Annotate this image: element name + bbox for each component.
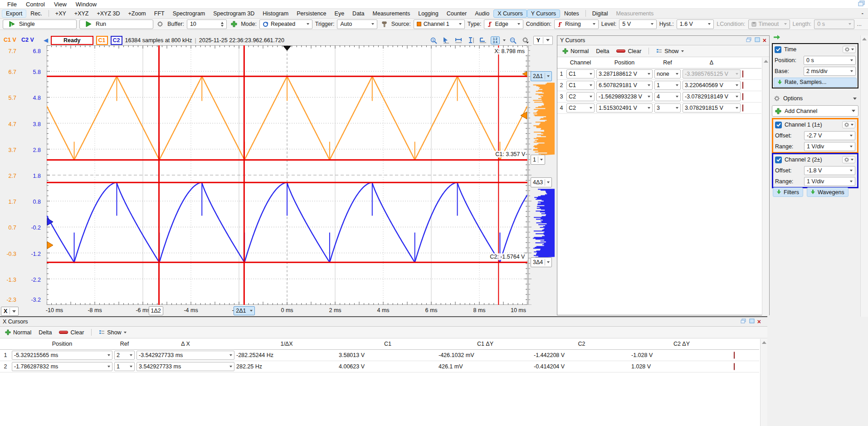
expand-right-icon[interactable] bbox=[773, 34, 780, 41]
buffer-gear-icon[interactable] bbox=[156, 20, 165, 28]
channel2-checkbox[interactable] bbox=[775, 157, 782, 163]
minimize-dash[interactable]: - bbox=[862, 10, 863, 17]
waveform-plot[interactable]: X: 8.798 msC1: 3.357 VC2: -1.5764 V bbox=[47, 45, 527, 305]
tab-spectrogram-3d[interactable]: Spectrogram 3D bbox=[209, 10, 258, 18]
channel2-range-select[interactable]: 1 V/div bbox=[804, 177, 855, 186]
y-cursor-ref-select[interactable]: none bbox=[654, 69, 681, 78]
panel-close-icon[interactable]: × bbox=[763, 38, 766, 43]
pointer-mode-icon[interactable] bbox=[442, 36, 451, 44]
tab-y-cursors[interactable]: Y Cursors bbox=[527, 10, 560, 18]
window-restore-icon[interactable] bbox=[858, 0, 865, 8]
x-cursor-handle-2[interactable]: 2Δ1 bbox=[234, 306, 254, 315]
x-cursors-titlebar[interactable]: X Cursors × bbox=[0, 317, 767, 327]
handle-caret-icon[interactable] bbox=[547, 75, 550, 77]
y-cursor-position-select[interactable]: -1.5629893238 V bbox=[596, 92, 653, 101]
x-cursors-show-button[interactable]: Show bbox=[97, 328, 128, 337]
panel-maximize-icon[interactable] bbox=[749, 318, 755, 325]
dropdown-caret-icon[interactable] bbox=[590, 73, 592, 75]
y-cursor-ref-select[interactable]: 4 bbox=[654, 92, 681, 101]
channel2-offset-select[interactable]: -1.8 V bbox=[804, 166, 855, 175]
x-cursor-dx-select[interactable]: -3.542927733 ms bbox=[137, 351, 234, 360]
tab-x-cursors[interactable]: X Cursors bbox=[493, 10, 527, 18]
tab--xyz-3d[interactable]: +XYZ 3D bbox=[93, 10, 124, 18]
tab-export[interactable]: Export bbox=[2, 10, 26, 18]
channel1-gear-icon[interactable] bbox=[842, 121, 855, 128]
dropdown-caret-icon[interactable] bbox=[130, 366, 132, 367]
y-cursor-position-select[interactable]: 6.507829181 V bbox=[596, 81, 653, 90]
x-cursor-position-select[interactable]: -1.786287832 ms bbox=[12, 362, 112, 371]
channel1-badge[interactable]: C1 bbox=[96, 36, 108, 45]
channel1-offset-select[interactable]: -2.7 V bbox=[804, 131, 855, 140]
level-select[interactable]: 5 V bbox=[619, 20, 657, 29]
dropdown-caret-icon[interactable] bbox=[107, 354, 110, 356]
tab-spectrogram[interactable]: Spectrogram bbox=[169, 10, 210, 18]
y-cursor-ref-select[interactable]: 1 bbox=[654, 81, 681, 90]
time-group-header[interactable]: Time bbox=[773, 44, 858, 55]
x-axis-selector[interactable]: X bbox=[1, 307, 19, 316]
x-cursors-scrollbar[interactable] bbox=[760, 339, 767, 426]
time-position-select[interactable]: 0 s bbox=[804, 56, 856, 65]
zoom-fit-icon[interactable]: 1 bbox=[429, 36, 439, 44]
horizontal-measure-icon[interactable] bbox=[454, 36, 463, 44]
dropdown-caret-icon[interactable] bbox=[590, 84, 592, 86]
time-base-select[interactable]: 2 ms/div bbox=[804, 67, 856, 76]
vertical-measure-icon[interactable] bbox=[466, 36, 475, 44]
handle-caret-icon[interactable] bbox=[540, 159, 543, 161]
tab-data[interactable]: Data bbox=[348, 10, 368, 18]
remove-cursor-button[interactable] bbox=[742, 93, 743, 100]
hysteresis-select[interactable]: 1.6 V bbox=[677, 20, 714, 29]
remove-cursor-button[interactable] bbox=[742, 104, 743, 112]
spin-up-icon[interactable] bbox=[221, 22, 224, 24]
add-mode-plus-icon[interactable] bbox=[229, 20, 238, 28]
tab-persistence[interactable]: Persistence bbox=[293, 10, 330, 18]
tab-histogram[interactable]: Histogram bbox=[258, 10, 293, 18]
y-cursor-channel-select[interactable]: C1 bbox=[566, 81, 595, 90]
remove-cursor-button[interactable] bbox=[734, 363, 735, 370]
handle-caret-icon[interactable] bbox=[250, 310, 253, 312]
panel-restore-icon[interactable] bbox=[746, 37, 752, 44]
y-cursor-ref-select[interactable]: 3 bbox=[654, 103, 681, 113]
tab-rec-[interactable]: Rec. bbox=[26, 10, 46, 18]
y-cursors-show-button[interactable]: Show bbox=[654, 47, 686, 55]
dropdown-caret-icon[interactable] bbox=[590, 107, 592, 109]
mode-select[interactable]: Repeated bbox=[259, 20, 312, 29]
y-cursor-handle-2[interactable]: 1 bbox=[531, 155, 545, 165]
zoom-options-icon[interactable] bbox=[509, 36, 518, 44]
x-cursors-delta-button[interactable]: Delta bbox=[36, 328, 54, 337]
panel-close-icon[interactable]: × bbox=[757, 319, 761, 324]
handle-caret-icon[interactable] bbox=[547, 181, 550, 183]
x-cursor-handle-1[interactable]: 1Δ2 bbox=[149, 306, 163, 315]
dropdown-caret-icon[interactable] bbox=[676, 84, 678, 86]
y-cursor-handle-4[interactable]: 3Δ4 bbox=[531, 257, 552, 267]
y-cursor-position-select[interactable]: 3.287188612 V bbox=[596, 69, 653, 78]
dropdown-caret-icon[interactable] bbox=[676, 107, 678, 109]
add-channel-button[interactable]: Add Channel bbox=[772, 105, 858, 117]
channel1-checkbox[interactable] bbox=[775, 122, 782, 128]
y-cursors-delta-button[interactable]: Delta bbox=[594, 47, 611, 55]
y-cursor-position-select[interactable]: 1.515302491 V bbox=[596, 103, 653, 113]
options-row[interactable]: Options bbox=[772, 93, 858, 104]
y-cursor-handle-1[interactable]: 2Δ1 bbox=[531, 71, 552, 81]
show-caret-icon[interactable] bbox=[681, 50, 684, 52]
menu-window[interactable]: Window bbox=[71, 0, 101, 8]
menu-view[interactable]: View bbox=[49, 0, 71, 8]
time-checkbox[interactable] bbox=[775, 46, 781, 53]
trigger-select[interactable]: Auto bbox=[337, 20, 377, 29]
remove-cursor-button[interactable] bbox=[742, 70, 743, 78]
dropdown-caret-icon[interactable] bbox=[229, 366, 232, 367]
channel1-header[interactable]: Channel 1 (1±) bbox=[773, 119, 857, 130]
view-caret-icon[interactable] bbox=[503, 39, 506, 41]
dropdown-caret-icon[interactable] bbox=[648, 73, 650, 75]
dropdown-caret-icon[interactable] bbox=[648, 84, 650, 86]
dropdown-caret-icon[interactable] bbox=[676, 73, 678, 75]
dropdown-caret-icon[interactable] bbox=[229, 354, 232, 356]
source-select[interactable]: Channel 1 bbox=[414, 20, 465, 29]
y-cursors-normal-button[interactable]: Normal bbox=[560, 47, 591, 55]
tab-notes[interactable]: Notes bbox=[560, 10, 583, 18]
dropdown-caret-icon[interactable] bbox=[130, 354, 132, 356]
panel-maximize-icon[interactable] bbox=[755, 37, 760, 44]
y-cursor-delta-select[interactable]: 3.078291815 V bbox=[683, 103, 741, 113]
tab-measurements[interactable]: Measurements bbox=[369, 10, 414, 18]
dropdown-caret-icon[interactable] bbox=[736, 96, 738, 98]
wavegens-button[interactable]: Wavegens bbox=[807, 187, 848, 197]
